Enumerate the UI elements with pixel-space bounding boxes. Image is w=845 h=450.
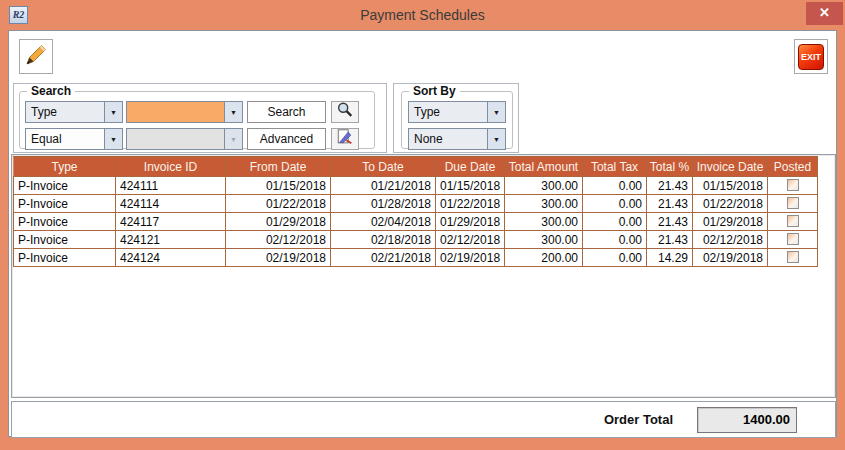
cell-total-amount: 300.00	[505, 177, 583, 195]
chevron-down-icon[interactable]: ▼	[224, 102, 242, 122]
table-row[interactable]: P-Invoice42411701/29/201802/04/201801/29…	[14, 213, 818, 231]
cell-due-date: 01/15/2018	[436, 177, 505, 195]
cell-to-date: 02/18/2018	[331, 231, 436, 249]
order-total-label: Order Total	[604, 412, 673, 427]
invoice-table-panel: Type Invoice ID From Date To Date Due Da…	[11, 154, 836, 398]
col-header-to-date[interactable]: To Date	[331, 157, 436, 177]
cell-to-date: 01/28/2018	[331, 195, 436, 213]
cell-total-amount: 300.00	[505, 213, 583, 231]
exit-icon: EXIT	[798, 44, 824, 70]
exit-button[interactable]: EXIT	[794, 39, 828, 74]
cell-type: P-Invoice	[14, 177, 116, 195]
advanced-search-icon-button[interactable]	[331, 128, 359, 150]
search-operator-value: Equal	[26, 129, 104, 149]
cell-invoice-id: 424121	[116, 231, 226, 249]
search-panel: Search Type ▼ ▼ Search	[13, 83, 387, 153]
cell-total-tax: 0.00	[583, 195, 647, 213]
edit-button[interactable]	[19, 39, 53, 74]
advanced-button[interactable]: Advanced	[247, 128, 326, 150]
cell-type: P-Invoice	[14, 213, 116, 231]
table-body: P-Invoice42411101/15/201801/21/201801/15…	[14, 177, 818, 267]
cell-from-date: 02/12/2018	[226, 231, 331, 249]
payment-schedules-window: R2 Payment Schedules ✕ EXIT Search Type	[0, 0, 845, 450]
cell-from-date: 02/19/2018	[226, 249, 331, 267]
close-button[interactable]: ✕	[806, 2, 843, 25]
cell-type: P-Invoice	[14, 231, 116, 249]
col-header-invoice-id[interactable]: Invoice ID	[116, 157, 226, 177]
cell-total-tax: 0.00	[583, 177, 647, 195]
cell-type: P-Invoice	[14, 195, 116, 213]
titlebar: R2 Payment Schedules ✕	[0, 0, 845, 30]
search-value-combo[interactable]: ▼	[126, 101, 243, 123]
chevron-down-icon[interactable]: ▼	[104, 102, 122, 122]
cell-invoice-date: 01/15/2018	[693, 177, 768, 195]
posted-checkbox[interactable]	[787, 233, 799, 245]
posted-checkbox[interactable]	[787, 215, 799, 227]
cell-to-date: 02/21/2018	[331, 249, 436, 267]
cell-invoice-date: 01/22/2018	[693, 195, 768, 213]
cell-from-date: 01/29/2018	[226, 213, 331, 231]
search-value2	[127, 129, 224, 149]
cell-posted	[768, 249, 818, 267]
sort-groupbox: Sort By Type ▼ None ▼	[401, 91, 513, 149]
col-header-type[interactable]: Type	[14, 157, 116, 177]
search-legend: Search	[27, 84, 75, 98]
posted-checkbox[interactable]	[787, 197, 799, 209]
cell-total-pct: 21.43	[647, 213, 693, 231]
cell-invoice-date: 02/12/2018	[693, 231, 768, 249]
invoice-table: Type Invoice ID From Date To Date Due Da…	[13, 156, 818, 267]
table-row[interactable]: P-Invoice42412102/12/201802/18/201802/12…	[14, 231, 818, 249]
sort-legend: Sort By	[409, 84, 460, 98]
search-magnifier-button[interactable]	[331, 101, 359, 123]
cell-total-pct: 21.43	[647, 231, 693, 249]
col-header-total-pct[interactable]: Total %	[647, 157, 693, 177]
sort-secondary-value: None	[409, 129, 487, 149]
sort-primary-combo[interactable]: Type ▼	[408, 101, 506, 123]
table-row[interactable]: P-Invoice42411101/15/201801/21/201801/15…	[14, 177, 818, 195]
search-groupbox: Search Type ▼ ▼ Search	[19, 91, 375, 149]
col-header-posted[interactable]: Posted	[768, 157, 818, 177]
cell-total-tax: 0.00	[583, 213, 647, 231]
chevron-down-icon[interactable]: ▼	[487, 102, 505, 122]
sort-secondary-combo[interactable]: None ▼	[408, 128, 506, 150]
cell-total-amount: 300.00	[505, 231, 583, 249]
search-button[interactable]: Search	[247, 101, 326, 123]
col-header-total-amount[interactable]: Total Amount	[505, 157, 583, 177]
search-field-combo[interactable]: Type ▼	[25, 101, 123, 123]
table-row[interactable]: P-Invoice42412402/19/201802/21/201802/19…	[14, 249, 818, 267]
order-total-field: 1400.00	[697, 407, 797, 433]
cell-invoice-date: 01/29/2018	[693, 213, 768, 231]
chevron-down-icon: ▼	[224, 129, 242, 149]
sort-primary-value: Type	[409, 102, 487, 122]
chevron-down-icon[interactable]: ▼	[104, 129, 122, 149]
cell-invoice-id: 424111	[116, 177, 226, 195]
cell-total-pct: 21.43	[647, 177, 693, 195]
cell-invoice-date: 02/19/2018	[693, 249, 768, 267]
cell-total-tax: 0.00	[583, 231, 647, 249]
document-pencil-icon	[336, 128, 354, 150]
search-field-value: Type	[26, 102, 104, 122]
search-value	[127, 102, 224, 122]
col-header-total-tax[interactable]: Total Tax	[583, 157, 647, 177]
chevron-down-icon[interactable]: ▼	[487, 129, 505, 149]
cell-due-date: 01/29/2018	[436, 213, 505, 231]
cell-total-amount: 200.00	[505, 249, 583, 267]
cell-total-pct: 14.29	[647, 249, 693, 267]
content-area: EXIT Search Type ▼ ▼ Search	[8, 30, 837, 437]
magnifier-icon	[336, 101, 354, 123]
cell-invoice-id: 424124	[116, 249, 226, 267]
col-header-due-date[interactable]: Due Date	[436, 157, 505, 177]
posted-checkbox[interactable]	[787, 251, 799, 263]
col-header-from-date[interactable]: From Date	[226, 157, 331, 177]
posted-checkbox[interactable]	[787, 179, 799, 191]
table-row[interactable]: P-Invoice42411401/22/201801/28/201801/22…	[14, 195, 818, 213]
cell-invoice-id: 424114	[116, 195, 226, 213]
col-header-invoice-date[interactable]: Invoice Date	[693, 157, 768, 177]
cell-total-pct: 21.43	[647, 195, 693, 213]
search-operator-combo[interactable]: Equal ▼	[25, 128, 123, 150]
cell-from-date: 01/15/2018	[226, 177, 331, 195]
cell-total-amount: 300.00	[505, 195, 583, 213]
cell-posted	[768, 213, 818, 231]
cell-posted	[768, 231, 818, 249]
pencil-icon	[24, 43, 48, 71]
